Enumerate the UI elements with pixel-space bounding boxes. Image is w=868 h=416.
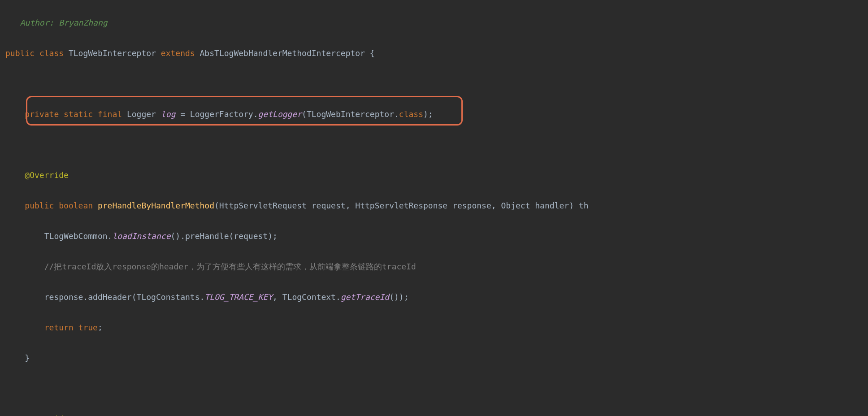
author-comment: Author: BryanZhang <box>5 18 108 27</box>
code-line: return true; <box>5 320 868 335</box>
code-line <box>5 381 868 396</box>
code-line: TLogWebCommon.loadInstance().preHandle(r… <box>5 229 868 244</box>
code-editor[interactable]: Author: BryanZhang public class TLogWebI… <box>0 0 868 416</box>
code-line <box>5 76 868 91</box>
code-line <box>5 137 868 152</box>
code-line: //把traceId放入response的header，为了方便有些人有这样的需… <box>5 259 868 274</box>
code-line: @Override <box>5 168 868 183</box>
override-annotation: @Override <box>25 414 69 416</box>
code-line: private static final Logger log = Logger… <box>5 107 868 122</box>
code-line: public boolean preHandleByHandlerMethod(… <box>5 198 868 213</box>
code-line: @Override <box>5 412 868 416</box>
code-line: Author: BryanZhang <box>5 15 868 30</box>
code-line: } <box>5 351 868 366</box>
chinese-comment: //把traceId放入response的header，为了方便有些人有这样的需… <box>44 262 416 271</box>
code-line: response.addHeader(TLogConstants.TLOG_TR… <box>5 290 868 305</box>
override-annotation: @Override <box>25 170 69 180</box>
code-line: public class TLogWebInterceptor extends … <box>5 46 868 61</box>
